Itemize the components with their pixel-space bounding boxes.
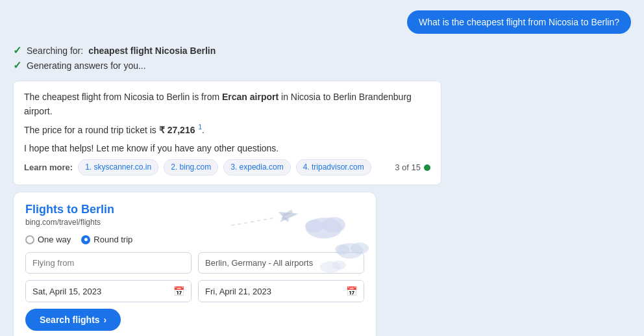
origin-destination-row: [25, 252, 364, 274]
return-calendar-icon[interactable]: 📅: [340, 281, 364, 302]
source-link-4[interactable]: 4. tripadvisor.com: [296, 159, 371, 175]
return-date-wrapper: 📅: [198, 280, 364, 302]
depart-date-input[interactable]: [26, 281, 167, 302]
flying-from-input[interactable]: [25, 252, 192, 274]
answer-line1: The cheapest flight from Nicosia to Berl…: [24, 90, 430, 118]
user-message-bubble: What is the cheapest flight from Nicosia…: [407, 10, 631, 34]
learn-more-label: Learn more:: [24, 161, 73, 174]
round-trip-radio[interactable]: [81, 235, 90, 244]
dates-row: 📅 📅: [25, 280, 364, 302]
one-way-label: One way: [38, 235, 71, 244]
round-trip-option[interactable]: Round trip: [81, 235, 132, 244]
check-icon-2: ✓: [13, 59, 21, 71]
green-dot: [424, 164, 430, 171]
learn-more-row: Learn more: 1. skyscanner.co.in 2. bing.…: [24, 159, 430, 175]
answer-line2: The price for a round trip ticket is ₹ 2…: [24, 122, 430, 137]
depart-calendar-icon[interactable]: 📅: [167, 281, 191, 302]
searching-prefix: Searching for:: [27, 45, 83, 56]
answer-line3: I hope that helps! Let me know if you ha…: [24, 142, 430, 156]
round-trip-label: Round trip: [93, 235, 132, 244]
destination-input[interactable]: [198, 252, 364, 274]
depart-date-wrapper: 📅: [25, 280, 192, 302]
search-flights-label: Search flights: [40, 315, 100, 325]
page-count: 3 of 15: [395, 161, 430, 174]
search-flights-button[interactable]: Search flights ›: [25, 309, 121, 331]
source-link-3[interactable]: 3. expedia.com: [223, 159, 290, 175]
return-date-input[interactable]: [199, 281, 340, 302]
source-link-1[interactable]: 1. skyscanner.co.in: [78, 159, 158, 175]
searching-status: ✓ Searching for: cheapest flight Nicosia…: [13, 44, 631, 57]
one-way-radio[interactable]: [25, 235, 34, 244]
generating-text: Generating answers for you...: [27, 60, 146, 71]
flights-widget: Flights to Berlin bing.com/travel/flight…: [13, 192, 377, 336]
trip-type-row: One way Round trip: [25, 235, 364, 244]
widget-source: bing.com/travel/flights: [25, 218, 364, 227]
searching-query: cheapest flight Nicosia Berlin: [88, 45, 216, 56]
widget-title: Flights to Berlin: [25, 203, 364, 216]
one-way-option[interactable]: One way: [25, 235, 71, 244]
source-link-2[interactable]: 2. bing.com: [164, 159, 218, 175]
chevron-right-icon: ›: [104, 315, 107, 325]
answer-card: The cheapest flight from Nicosia to Berl…: [13, 81, 441, 185]
check-icon: ✓: [13, 44, 21, 57]
generating-status: ✓ Generating answers for you...: [13, 59, 631, 71]
